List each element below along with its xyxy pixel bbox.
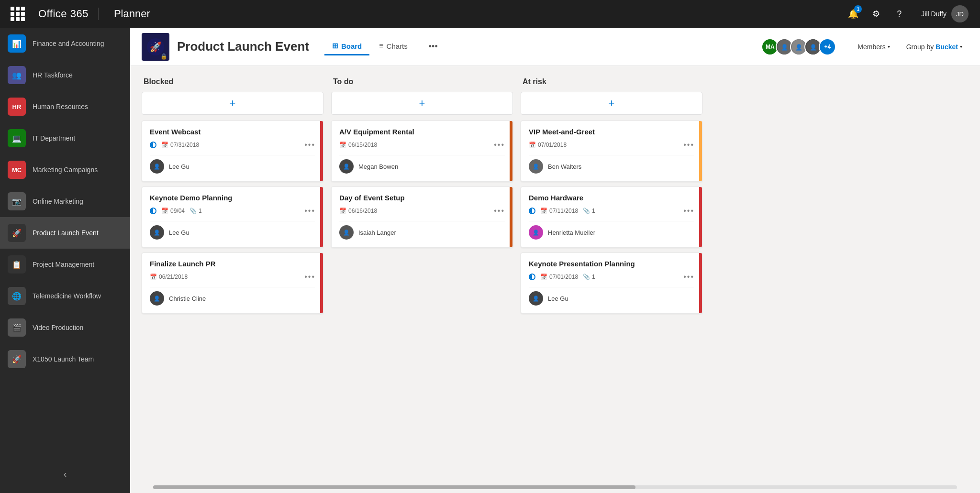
scrollbar-thumb [153,485,635,489]
sidebar-item-video-production[interactable]: 🎬 Video Production [0,312,130,343]
plan-icon: 🚀 🔒 [142,33,169,61]
clip-count-7: 1 [592,208,595,214]
more-options-button[interactable]: ••• [423,38,444,55]
header-controls: Members ▾ Group by Bucket ▾ [851,40,969,54]
tab-board[interactable]: ⊞ Board [324,38,369,55]
card-more-button-keynote-presentation-planning[interactable]: ••• [683,273,694,281]
groupby-button[interactable]: Group by Bucket ▾ [900,40,969,54]
video-production-icon: 🎬 [8,318,26,337]
date-text-4: 06/15/2018 [348,142,377,148]
card-meta-keynote-demo: 📅 09/04 📎 1 ••• [150,207,315,215]
card-accent-red-7 [699,187,702,247]
settings-button[interactable]: ⚙ [866,3,887,24]
add-task-at-risk-button[interactable]: + [521,92,702,115]
column-blocked-header: Blocked [142,77,323,86]
card-more-button-day-of-event-setup[interactable]: ••• [494,207,505,215]
card-title-av-equipment-rental: A/V Equipment Rental [339,128,505,136]
card-more-button-vip-meet-and-greet[interactable]: ••• [683,141,694,149]
card-accent-red-3 [320,253,323,313]
card-accent-red-2 [320,187,323,247]
assignee-name-henrietta-mueller: Henrietta Mueller [548,229,595,236]
main-content: 🚀 🔒 Product Launch Event ⊞ Board ≡ Chart… [130,28,980,493]
card-assignee-keynote-demo: 👤 Lee Gu [150,221,315,241]
progress-icon-7 [529,208,535,214]
card-date-keynote-demo: 📅 09/04 [161,208,185,214]
sidebar-label-online-marketing: Online Marketing [33,197,83,205]
notifications-button[interactable]: 🔔 1 [843,3,864,24]
members-avatars: MA 👤 👤 👤 +4 [761,38,836,55]
card-assignee-av-equipment-rental: 👤 Megan Bowen [339,155,505,175]
add-task-blocked-button[interactable]: + [142,92,323,115]
sidebar-label-finance: Finance and Accounting [33,40,104,47]
sidebar-item-product-launch[interactable]: 🚀 Product Launch Event [0,217,130,249]
sidebar-label-video-production: Video Production [33,324,83,331]
column-blocked: Blocked + Event Webcast 📅 07/31/2018 ••• [142,77,323,318]
add-task-todo-button[interactable]: + [331,92,513,115]
assignee-avatar-lee-gu-8: 👤 [529,291,543,306]
progress-icon [150,142,156,148]
sidebar-item-telemedicine[interactable]: 🌐 Telemedicine Workflow [0,280,130,312]
sidebar-item-project-management[interactable]: 📋 Project Management [0,249,130,280]
sidebar-item-online-marketing[interactable]: 📷 Online Marketing [0,186,130,217]
groupby-chevron-icon: ▾ [960,44,962,49]
assignee-name-ben-walters: Ben Walters [548,163,581,170]
sidebar-item-it-department[interactable]: 💻 IT Department [0,122,130,154]
card-assignee-finalize-launch-pr: 👤 Christie Cline [150,287,315,307]
waffle-menu[interactable] [8,4,28,24]
card-clips-keynote-presentation-planning: 📎 1 [583,274,595,280]
card-title-day-of-event-setup: Day of Event Setup [339,194,505,202]
card-finalize-launch-pr: Finalize Launch PR 📅 06/21/2018 ••• 👤 Ch… [142,252,323,314]
sidebar-collapse-button[interactable]: ‹ [0,463,130,485]
card-assignee-keynote-presentation-planning: 👤 Lee Gu [529,287,694,307]
date-text-5: 06/16/2018 [348,208,377,214]
finance-icon: 📊 [8,34,26,53]
card-assignee-day-of-event-setup: 👤 Isaiah Langer [339,221,505,241]
date-text: 07/31/2018 [170,142,199,148]
assignee-name-isaiah-langer: Isaiah Langer [358,229,396,236]
horizontal-scrollbar[interactable] [153,485,957,489]
content-header: 🚀 🔒 Product Launch Event ⊞ Board ≡ Chart… [130,28,980,66]
column-todo-header: To do [331,77,513,86]
svg-text:🚀: 🚀 [150,41,162,53]
svg-text:👤: 👤 [795,43,802,50]
card-event-webcast: Event Webcast 📅 07/31/2018 ••• 👤 Lee Gu [142,121,323,182]
card-meta-finalize-launch-pr: 📅 06/21/2018 ••• [150,273,315,281]
card-clips-demo-hardware: 📎 1 [583,208,595,214]
card-more-button-av-equipment-rental[interactable]: ••• [494,141,505,149]
card-accent-orange-5 [510,187,512,247]
sidebar-label-it-department: IT Department [33,134,75,142]
card-title-demo-hardware: Demo Hardware [529,194,694,202]
card-more-button-keynote-demo[interactable]: ••• [304,207,315,215]
card-more-button-finalize-launch-pr[interactable]: ••• [304,273,315,281]
sidebar-item-x1050[interactable]: 🚀 X1050 Launch Team [0,343,130,375]
app-name: Planner [114,8,835,20]
user-menu[interactable]: Jill Duffy JD [917,3,972,24]
sidebar-item-hr-taskforce[interactable]: 👥 HR Taskforce [0,59,130,91]
card-accent-yellow-6 [699,121,702,181]
sidebar-item-finance[interactable]: 📊 Finance and Accounting [0,28,130,59]
sidebar-item-human-resources[interactable]: HR Human Resources [0,91,130,122]
header-tabs: ⊞ Board ≡ Charts [324,38,415,55]
assignee-name-lee-gu-1: Lee Gu [169,163,189,170]
it-department-icon: 💻 [8,129,26,147]
card-meta-event-webcast: 📅 07/31/2018 ••• [150,141,315,149]
sidebar-label-human-resources: Human Resources [33,103,88,110]
project-management-icon: 📋 [8,255,26,274]
sidebar-item-marketing-campaigns[interactable]: MC Marketing Campaigns [0,154,130,186]
assignee-avatar-isaiah-langer: 👤 [339,225,354,240]
card-meta-vip-meet-and-greet: 📅 07/01/2018 ••• [529,141,694,149]
members-btn-label: Members [858,43,885,51]
members-button[interactable]: Members ▾ [851,40,896,54]
date-text-7: 07/11/2018 [549,208,578,214]
card-more-button-demo-hardware[interactable]: ••• [683,207,694,215]
sidebar-label-project-management: Project Management [33,261,94,268]
clip-icon-2: 📎 [189,208,197,214]
help-button[interactable]: ? [889,3,910,24]
card-date-av-equipment-rental: 📅 06/15/2018 [339,142,377,148]
calendar-icon-4: 📅 [339,142,346,148]
tab-charts[interactable]: ≡ Charts [371,38,415,55]
card-more-button-event-webcast[interactable]: ••• [304,141,315,149]
card-date-day-of-event-setup: 📅 06/16/2018 [339,208,377,214]
assignee-name-megan-bowen: Megan Bowen [358,163,398,170]
card-meta-av-equipment-rental: 📅 06/15/2018 ••• [339,141,505,149]
